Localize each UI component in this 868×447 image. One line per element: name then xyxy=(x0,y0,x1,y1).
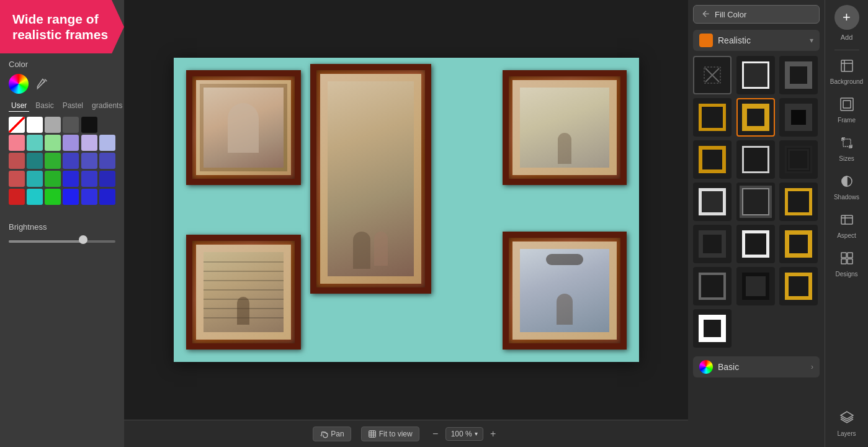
swatch-green-mid[interactable] xyxy=(45,153,61,169)
frame-thumb-dark1[interactable] xyxy=(779,56,818,94)
background-tool[interactable]: Background xyxy=(828,53,866,90)
swatch-red-sat[interactable] xyxy=(9,189,25,205)
tab-user[interactable]: User xyxy=(9,100,29,112)
realistic-selector[interactable]: Realistic ▾ xyxy=(693,30,820,51)
swatch-blue-sat[interactable] xyxy=(63,189,79,205)
zoom-minus-button[interactable]: − xyxy=(429,428,442,440)
swatch-cyan-sat[interactable] xyxy=(27,189,43,205)
swatch-transparent[interactable] xyxy=(9,117,25,133)
frame-grid-6 xyxy=(693,267,820,305)
swatch-blue3-mid[interactable] xyxy=(81,171,97,187)
swatch-black[interactable] xyxy=(81,117,97,133)
tab-basic[interactable]: Basic xyxy=(33,100,56,112)
swatch-green2-mid[interactable] xyxy=(45,171,61,187)
swatch-white[interactable] xyxy=(27,117,43,133)
frame-thumb-gold4[interactable] xyxy=(779,183,818,221)
swatch-lavender[interactable] xyxy=(81,135,97,151)
frame-thumb-gray2[interactable] xyxy=(693,267,732,305)
frame-thumb-black2[interactable] xyxy=(736,267,775,305)
pan-button[interactable]: Pan xyxy=(313,427,351,441)
realistic-icon xyxy=(699,34,713,47)
zoom-value[interactable]: 100 % ▾ xyxy=(445,427,483,441)
svg-rect-1 xyxy=(369,430,375,437)
swatch-periwinkle[interactable] xyxy=(99,135,115,151)
swatch-indigo-mid[interactable] xyxy=(81,153,97,169)
frame-thumb-white4[interactable] xyxy=(736,225,775,263)
brightness-thumb[interactable] xyxy=(79,235,87,244)
shadows-label: Shadows xyxy=(834,194,859,201)
swatch-pink[interactable] xyxy=(9,135,25,151)
tab-gradients[interactable]: gradients xyxy=(89,100,125,112)
swatch-cyan-mid[interactable] xyxy=(27,171,43,187)
brightness-slider[interactable] xyxy=(9,237,115,246)
shadows-tool[interactable]: Shadows xyxy=(828,168,866,205)
swatch-blue2-mid[interactable] xyxy=(63,171,79,187)
aspect-tool[interactable]: Aspect xyxy=(828,207,866,244)
fit-to-view-button[interactable]: Fit to view xyxy=(361,427,419,441)
tab-pastel[interactable]: Pastel xyxy=(60,100,86,112)
swatch-teal-mid[interactable] xyxy=(27,153,43,169)
swatch-blue-mid[interactable] xyxy=(63,153,79,169)
background-label: Background xyxy=(830,78,863,85)
swatch-teal-light[interactable] xyxy=(27,135,43,151)
toolbar: Pan Fit to view − 100 % ▾ + xyxy=(124,420,688,447)
eyedropper-button[interactable] xyxy=(34,75,51,93)
swatch-blue2-sat[interactable] xyxy=(81,189,97,205)
frame-thumb-white5[interactable] xyxy=(693,309,732,348)
canvas-frame-1 xyxy=(186,70,301,185)
swatch-purple-light[interactable] xyxy=(63,135,79,151)
swatch-blue4-mid[interactable] xyxy=(99,171,115,187)
fill-color-button[interactable]: Fill Color xyxy=(693,5,820,24)
svg-rect-5 xyxy=(841,60,852,71)
color-tabs: User Basic Pastel gradients xyxy=(9,100,115,112)
brightness-fill xyxy=(9,240,86,243)
basic-selector[interactable]: Basic › xyxy=(693,356,820,377)
color-grid xyxy=(9,117,115,205)
frame-thumb-gold2[interactable] xyxy=(736,98,775,137)
frame-thumb-dark2[interactable] xyxy=(779,98,818,137)
tools-panel: + Add Background Frame Sizes xyxy=(825,0,868,447)
swatch-blue3-sat[interactable] xyxy=(99,189,115,205)
frame-thumb-none[interactable] xyxy=(693,56,732,94)
frame-thumb-dark3[interactable] xyxy=(779,140,818,179)
frame-thumb-gold3[interactable] xyxy=(693,140,732,179)
swatch-lightgray[interactable] xyxy=(45,117,61,133)
frame-thumb-white[interactable] xyxy=(736,56,775,94)
svg-rect-11 xyxy=(841,253,846,258)
frame-thumb-gray1[interactable] xyxy=(736,183,775,221)
color-wheel[interactable] xyxy=(9,74,29,94)
frame-thumb-gold5[interactable] xyxy=(779,225,818,263)
basic-label: Basic xyxy=(718,362,811,372)
svg-line-0 xyxy=(43,81,45,83)
fit-label: Fit to view xyxy=(379,430,413,438)
zoom-number: 100 % xyxy=(451,430,472,438)
pan-label: Pan xyxy=(331,430,344,438)
sizes-tool[interactable]: Sizes xyxy=(828,130,866,167)
swatch-darkgray[interactable] xyxy=(63,117,79,133)
canvas[interactable] xyxy=(174,58,639,362)
swatch-red2-mid[interactable] xyxy=(9,171,25,187)
zoom-plus-button[interactable]: + xyxy=(487,428,499,440)
swatch-indigo2-mid[interactable] xyxy=(99,153,115,169)
fit-icon xyxy=(368,430,377,438)
aspect-label: Aspect xyxy=(837,232,856,239)
frame-thumb-gold1[interactable] xyxy=(693,98,732,137)
frame-thumb-dark4[interactable] xyxy=(693,225,732,263)
frame-thumb-white3[interactable] xyxy=(693,183,732,221)
zoom-chevron: ▾ xyxy=(475,430,478,437)
brightness-track xyxy=(9,240,115,243)
swatch-green-sat[interactable] xyxy=(45,189,61,205)
swatch-red-mid[interactable] xyxy=(9,153,25,169)
svg-rect-7 xyxy=(843,101,851,108)
svg-rect-6 xyxy=(841,98,853,111)
basic-chevron-icon: › xyxy=(811,363,813,371)
frame-thumb-white2[interactable] xyxy=(736,140,775,179)
realistic-label: Realistic xyxy=(718,35,810,45)
layers-tool[interactable]: Layers xyxy=(828,405,866,442)
frame-thumb-gold6[interactable] xyxy=(779,267,818,305)
swatch-green-light[interactable] xyxy=(45,135,61,151)
add-button[interactable]: + xyxy=(834,5,859,30)
frame-tool[interactable]: Frame xyxy=(828,91,866,129)
designs-tool[interactable]: Designs xyxy=(828,245,866,282)
canvas-frame-3 xyxy=(503,70,627,185)
